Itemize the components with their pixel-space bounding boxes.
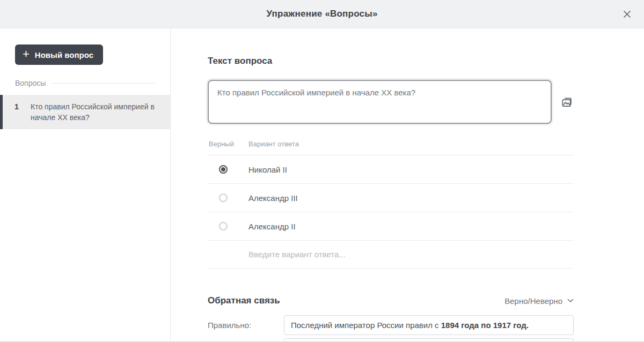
answer-row: Александр III bbox=[208, 183, 574, 212]
correct-radio-option-1[interactable] bbox=[219, 165, 228, 174]
new-answer-input[interactable] bbox=[248, 250, 549, 259]
exercise-editor-modal: Упражнение «Вопросы» + Новый вопрос Вопр… bbox=[0, 0, 644, 342]
feedback-text-normal: Последний император России правил с bbox=[291, 321, 441, 330]
feedback-mode-value: Верно/Неверно bbox=[504, 296, 562, 306]
modal-title: Упражнение «Вопросы» bbox=[266, 9, 377, 19]
close-icon[interactable] bbox=[616, 0, 638, 28]
add-image-button[interactable] bbox=[560, 95, 574, 109]
plus-icon: + bbox=[23, 48, 30, 60]
image-icon bbox=[561, 96, 573, 108]
question-text-input[interactable]: Кто правил Российской империей в начале … bbox=[208, 80, 552, 124]
question-editor-panel: Текст вопроса Кто правил Российской импе… bbox=[171, 28, 644, 342]
answer-row: Николай II bbox=[208, 155, 574, 183]
answer-row: Александр II bbox=[208, 212, 574, 240]
column-correct: Верный bbox=[209, 140, 248, 148]
sidebar-question-item-1[interactable]: 1 Кто правил Российской империей в начал… bbox=[0, 95, 170, 129]
questions-section-label: Вопросы bbox=[15, 79, 46, 87]
answers-table-header: Верный Вариант ответа bbox=[208, 140, 574, 155]
questions-section-header: Вопросы bbox=[15, 79, 155, 87]
answer-option-label[interactable]: Николай II bbox=[248, 165, 287, 174]
feedback-text-bold: 1894 года по 1917 год. bbox=[441, 321, 529, 330]
correct-radio-option-2[interactable] bbox=[219, 194, 228, 202]
feedback-correct-label: Правильно: bbox=[208, 315, 284, 335]
feedback-heading: Обратная связь bbox=[208, 295, 280, 306]
answer-option-label[interactable]: Александр III bbox=[248, 194, 298, 203]
answers-table: Верный Вариант ответа Николай II Алексан… bbox=[208, 140, 574, 269]
column-answer: Вариант ответа bbox=[248, 140, 299, 148]
feedback-mode-dropdown[interactable]: Верно/Неверно bbox=[504, 296, 574, 306]
question-text-heading: Текст вопроса bbox=[208, 56, 574, 66]
chevron-down-icon bbox=[567, 299, 574, 303]
questions-sidebar: + Новый вопрос Вопросы 1 Кто правил Росс… bbox=[0, 28, 171, 342]
modal-header: Упражнение «Вопросы» bbox=[0, 0, 644, 28]
section-divider bbox=[52, 83, 155, 84]
new-question-button[interactable]: + Новый вопрос bbox=[15, 44, 103, 65]
answer-option-label[interactable]: Александр II bbox=[248, 222, 296, 231]
new-question-button-label: Новый вопрос bbox=[35, 50, 93, 60]
new-answer-row bbox=[208, 240, 574, 269]
question-number: 1 bbox=[3, 101, 31, 123]
correct-radio-option-3[interactable] bbox=[219, 222, 228, 231]
feedback-correct-input[interactable]: Последний император России правил с 1894… bbox=[284, 315, 574, 335]
question-preview-text: Кто правил Российской империей в начале … bbox=[31, 101, 155, 123]
